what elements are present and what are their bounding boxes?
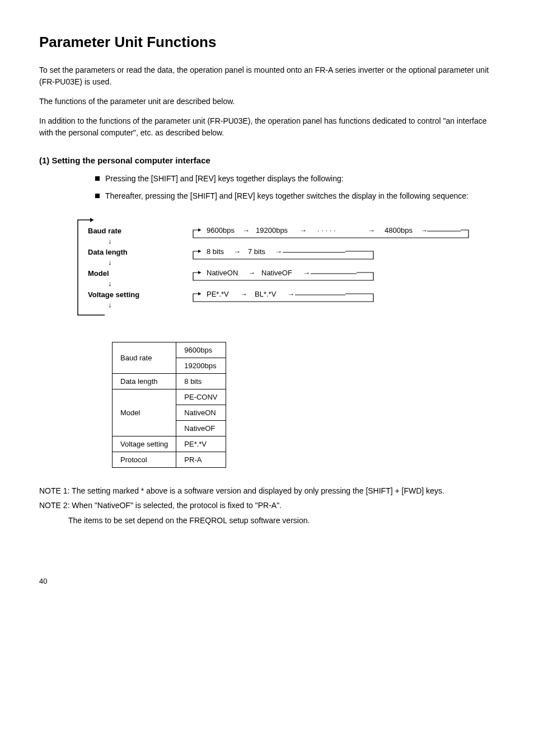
page-title: Parameter Unit Functions: [39, 34, 495, 51]
datalen-7bits: 7 bits: [248, 247, 266, 256]
label-voltage: Voltage setting: [88, 290, 139, 299]
cell-volt-label: Voltage setting: [113, 436, 176, 452]
note1-text: The setting marked * above is a software…: [72, 486, 444, 495]
note3-text: The items to be set depend on the FREQRO…: [68, 514, 495, 527]
svg-text:→: →: [420, 226, 428, 234]
intro-para-1: To set the parameters or read the data, …: [39, 64, 495, 88]
svg-text:→: →: [303, 269, 310, 277]
page-number: 40: [39, 577, 495, 585]
cell-model-nativeof: NativeOF: [176, 421, 226, 436]
svg-text:↓: ↓: [108, 279, 112, 288]
svg-text:↓: ↓: [108, 258, 112, 266]
datalen-8bits: 8 bits: [207, 247, 224, 256]
cell-datalen-val: 8 bits: [176, 374, 226, 389]
note2-text: When "NativeOF" is selected, the protoco…: [72, 501, 282, 510]
bullet-item-2: Thereafter, pressing the [SHIFT] and [RE…: [95, 190, 495, 202]
svg-text:→: →: [368, 226, 375, 234]
svg-text:→: →: [248, 269, 255, 277]
svg-text:↓: ↓: [108, 300, 112, 309]
defaults-table: Baud rate 9600bps 19200bps Data length 8…: [112, 342, 226, 468]
svg-text:→: →: [275, 247, 282, 256]
svg-text:→: →: [240, 290, 247, 298]
cell-protocol-val: PR-A: [176, 452, 226, 468]
notes-block: NOTE 1: The setting marked * above is a …: [39, 485, 495, 527]
svg-text:↓: ↓: [108, 237, 112, 245]
svg-text:→: →: [233, 247, 241, 256]
cell-volt-val: PE*.*V: [176, 436, 226, 452]
cell-model-nativeon: NativeON: [176, 405, 226, 421]
model-nativeof: NativeOF: [261, 269, 292, 277]
baud-19200: 19200bps: [256, 226, 288, 234]
cell-datalen-label: Data length: [113, 374, 176, 389]
settings-diagram: Baud rate ↓ Data length ↓ Model ↓ Voltag…: [54, 213, 480, 325]
label-data-length: Data length: [88, 248, 128, 256]
label-baud-rate: Baud rate: [88, 227, 121, 235]
baud-dots: · · · · ·: [317, 226, 336, 234]
svg-text:→: →: [287, 290, 294, 298]
label-model: Model: [88, 269, 109, 278]
intro-para-3: In addition to the functions of the para…: [39, 115, 495, 139]
baud-9600: 9600bps: [207, 226, 235, 234]
cell-model-label: Model: [113, 389, 176, 436]
svg-text:→: →: [242, 226, 250, 234]
cell-baud-9600: 9600bps: [176, 342, 226, 358]
bullet-item-1: Pressing the [SHIFT] and [REV] keys toge…: [95, 173, 495, 185]
volt-bl: BL*.*V: [255, 290, 277, 298]
cell-baud-19200: 19200bps: [176, 358, 226, 374]
intro-para-2: The functions of the parameter unit are …: [39, 96, 495, 107]
model-nativeon: NativeON: [207, 269, 238, 277]
intro-block: To set the parameters or read the data, …: [39, 64, 495, 139]
note1-label: NOTE 1:: [39, 486, 69, 495]
note2-label: NOTE 2:: [39, 501, 69, 510]
baud-4800: 4800bps: [385, 226, 413, 234]
cell-baud-label: Baud rate: [113, 342, 176, 374]
volt-pe: PE*.*V: [207, 290, 229, 298]
bullet-list: Pressing the [SHIFT] and [REV] keys toge…: [95, 173, 495, 202]
section-title: (1) Setting the personal computer interf…: [39, 156, 495, 165]
cell-model-peconv: PE-CONV: [176, 389, 226, 405]
cell-protocol-label: Protocol: [113, 452, 176, 468]
svg-text:→: →: [299, 226, 307, 234]
